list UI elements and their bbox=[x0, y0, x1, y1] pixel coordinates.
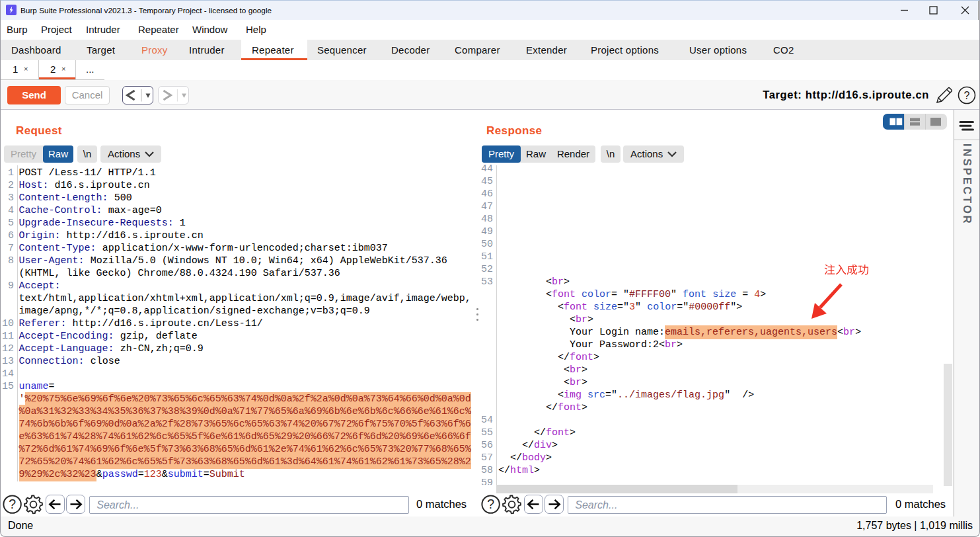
svg-text:?: ? bbox=[9, 497, 16, 512]
svg-text:?: ? bbox=[964, 90, 970, 101]
svg-text:?: ? bbox=[487, 497, 494, 512]
